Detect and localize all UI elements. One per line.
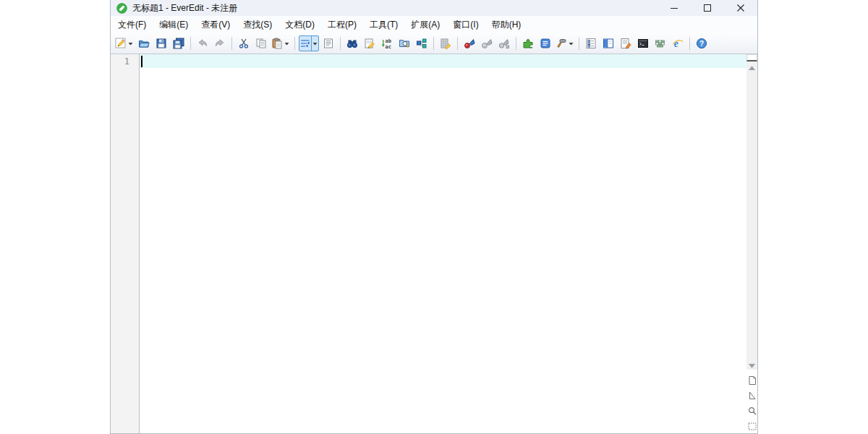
outline-list-icon: [585, 38, 597, 49]
everedit-logo-icon: [116, 3, 127, 14]
dropdown-arrow-icon[interactable]: [283, 36, 290, 51]
color-grid-button[interactable]: [652, 35, 668, 51]
blue-list-icon: [540, 38, 551, 49]
menu-item-view[interactable]: 查看(V): [195, 17, 237, 33]
sidebar-panel-icon: [603, 38, 614, 49]
grid-pencil-icon: [440, 38, 451, 49]
terminal-button[interactable]: [635, 35, 651, 51]
menu-item-tools[interactable]: 工具(T): [363, 17, 404, 33]
paste-clipboard-icon: [271, 38, 283, 49]
sidebar-toggle-button[interactable]: [600, 35, 616, 51]
dropdown-arrow-icon[interactable]: [567, 36, 574, 51]
svg-text:e: e: [674, 38, 678, 49]
right-rail: [746, 54, 757, 433]
undo-button[interactable]: [195, 35, 210, 51]
play-macro-button[interactable]: [479, 35, 495, 51]
find-in-files-button[interactable]: [396, 35, 412, 51]
find-button[interactable]: [344, 35, 360, 51]
record-macro-button[interactable]: [461, 35, 477, 51]
new-page-icon: [747, 375, 757, 386]
table-grid-icon: [655, 38, 666, 49]
edit-markup-button[interactable]: [618, 35, 634, 51]
help-button[interactable]: ?: [694, 35, 710, 51]
scroll-down-button[interactable]: [746, 359, 757, 370]
scroll-up-button[interactable]: [746, 61, 757, 72]
toolbar-separator: [231, 37, 232, 50]
everedit-window: 无标题1 - EverEdit - 未注册 文件(F)编辑(E)查看(V)查找(…: [110, 0, 758, 434]
save-button[interactable]: [153, 35, 169, 51]
rail-select-button[interactable]: [747, 421, 757, 431]
document-pencil-icon: [620, 38, 631, 49]
page-pencil-icon: [364, 38, 375, 49]
toolbar: abace?: [111, 33, 757, 54]
paste-button[interactable]: [271, 35, 291, 51]
hammer-icon: [556, 38, 567, 49]
new-file-pencil-icon: [115, 38, 127, 49]
text-caret: [141, 56, 142, 67]
run-macro-multi-icon: [498, 38, 510, 49]
dropdown-arrow-icon[interactable]: [127, 36, 134, 51]
plugin-manager-button[interactable]: [520, 35, 536, 51]
toolbar-separator: [457, 37, 458, 50]
toolbar-separator: [689, 37, 690, 50]
svg-text:ab: ab: [386, 38, 391, 44]
show-symbols-button[interactable]: [320, 35, 336, 51]
title-bar[interactable]: 无标题1 - EverEdit - 未注册: [111, 0, 757, 16]
browser-preview-button[interactable]: e: [670, 35, 686, 51]
outline-button[interactable]: [583, 35, 599, 51]
copy-button[interactable]: [253, 35, 269, 51]
compare-button[interactable]: [414, 35, 430, 51]
svg-text:ac: ac: [386, 44, 391, 49]
folder-magnifier-icon: [399, 38, 410, 49]
save-all-button[interactable]: [171, 35, 187, 51]
menu-item-search[interactable]: 查找(S): [237, 17, 278, 33]
word-wrap-button[interactable]: [299, 35, 319, 51]
rail-page-button[interactable]: [747, 375, 757, 386]
toolbar-separator: [433, 37, 434, 50]
selection-marquee-icon: [747, 421, 757, 431]
quick-replace-button[interactable]: [362, 35, 378, 51]
menu-item-window[interactable]: 窗口(I): [446, 17, 485, 33]
green-puzzle-icon: [522, 38, 534, 49]
redo-arrow-icon: [214, 38, 226, 49]
menu-bar: 文件(F)编辑(E)查看(V)查找(S)文档(D)工程(P)工具(T)扩展(A)…: [111, 16, 757, 33]
magnifier-icon: [747, 406, 757, 416]
redo-button[interactable]: [212, 35, 228, 51]
cut-button[interactable]: [236, 35, 252, 51]
menu-item-extensions[interactable]: 扩展(A): [404, 17, 446, 33]
menu-item-project[interactable]: 工程(P): [321, 17, 363, 33]
open-file-button[interactable]: [136, 35, 152, 51]
minimize-icon: [671, 1, 678, 14]
snippet-list-button[interactable]: [537, 35, 553, 51]
replace-button[interactable]: abac: [379, 35, 395, 51]
toolbar-separator: [340, 37, 341, 50]
menu-item-document[interactable]: 文档(D): [278, 17, 321, 33]
play-macro-icon: [481, 38, 493, 49]
line-number-gutter: 1: [111, 54, 140, 433]
vertical-scrollbar-track[interactable]: [746, 72, 757, 359]
new-file-button[interactable]: [114, 35, 135, 51]
copy-pages-icon: [255, 38, 267, 49]
toolbar-separator: [516, 37, 516, 50]
svg-text:?: ?: [699, 40, 704, 48]
record-macro-icon: [464, 38, 475, 49]
minimize-button[interactable]: [658, 0, 691, 16]
maximize-button[interactable]: [691, 0, 724, 16]
hex-edit-button[interactable]: [438, 35, 454, 51]
menu-item-file[interactable]: 文件(F): [111, 17, 153, 33]
menu-item-edit[interactable]: 编辑(E): [153, 17, 195, 33]
rail-zoom-button[interactable]: [747, 406, 757, 416]
open-folder-icon: [138, 38, 150, 49]
rail-tool-buttons: [746, 370, 757, 433]
dropdown-arrow-icon[interactable]: [311, 35, 318, 51]
menu-item-help[interactable]: 帮助(H): [485, 17, 528, 33]
external-tools-button[interactable]: [555, 35, 575, 51]
run-macro-multi-button[interactable]: [496, 35, 512, 51]
window-title: 无标题1 - EverEdit - 未注册: [132, 2, 237, 14]
rail-pointer-button[interactable]: [747, 391, 757, 401]
cursor-triangle-icon: [747, 391, 757, 401]
save-floppy-icon: [156, 38, 167, 49]
console-window-icon: [637, 38, 649, 49]
close-button[interactable]: [724, 0, 757, 16]
text-editing-surface[interactable]: [140, 54, 746, 433]
